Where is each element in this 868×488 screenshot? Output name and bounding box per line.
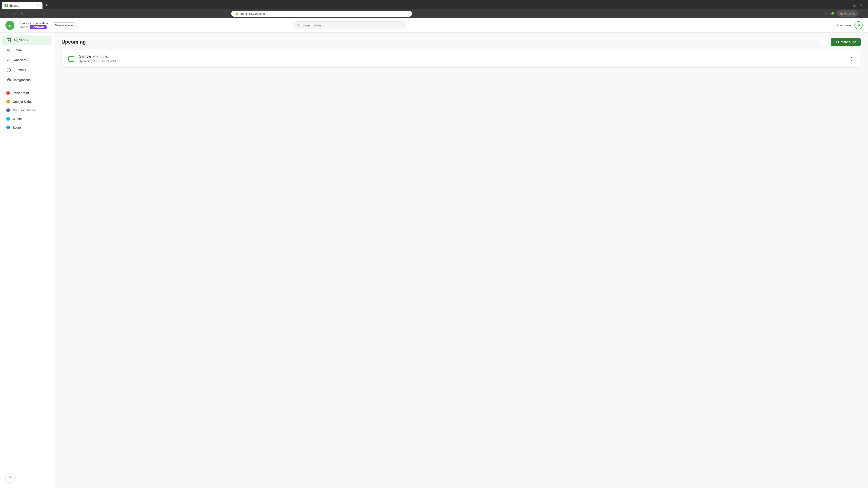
events-container: Sample #2329970 Upcoming: 11 – 12 Oct 20… bbox=[54, 50, 868, 68]
search-icon: 🔍 bbox=[297, 24, 301, 27]
sidebar-item-powerpoint[interactable]: PowerPoint bbox=[2, 89, 52, 97]
svg-rect-9 bbox=[7, 79, 8, 80]
sidebar-label-my-slidos: My Slidos bbox=[14, 38, 28, 42]
svg-rect-10 bbox=[9, 79, 11, 80]
browser-chrome: S Events ✕ + — □ ✕ ← → ↻ 🔒 admin.sli.do/… bbox=[0, 0, 868, 18]
svg-point-3 bbox=[8, 39, 9, 41]
analytics-icon bbox=[6, 58, 11, 63]
app-header: s Lauren's organization Owner UPGRADE Ne… bbox=[0, 18, 868, 33]
content-header: Upcoming + Create slido bbox=[54, 33, 868, 50]
create-slido-button[interactable]: + Create slido bbox=[831, 38, 861, 46]
sidebar-label-webex: Webex bbox=[13, 117, 22, 121]
team-icon bbox=[6, 48, 11, 53]
webex-icon bbox=[6, 117, 10, 121]
main-layout: My Slidos Team Analytics Tutorials bbox=[0, 33, 868, 488]
sidebar-label-powerpoint: PowerPoint bbox=[13, 91, 29, 95]
sidebar-item-integrations[interactable]: Integrations bbox=[2, 75, 52, 85]
sidebar-label-integrations: Integrations bbox=[14, 78, 31, 82]
incognito-badge[interactable]: 🕵 Incognito bbox=[837, 10, 858, 17]
address-actions: ☆ 🧩 🕵 Incognito ⋮ bbox=[822, 10, 865, 17]
menu-icon[interactable]: ⋮ bbox=[859, 10, 865, 17]
upgrade-button[interactable]: UPGRADE bbox=[30, 25, 46, 29]
sidebar-item-google-slides[interactable]: Google Slides bbox=[2, 98, 52, 106]
event-card[interactable]: Sample #2329970 Upcoming: 11 – 12 Oct 20… bbox=[61, 50, 861, 68]
slido-logo-icon: s bbox=[5, 21, 14, 30]
sidebar-item-zoom[interactable]: Zoom bbox=[2, 123, 52, 131]
sidebar-item-team[interactable]: Team bbox=[2, 45, 52, 55]
address-bar: ← → ↻ 🔒 admin.sli.do/events ☆ 🧩 🕵 Incogn… bbox=[0, 9, 868, 18]
integrations-icon bbox=[6, 77, 11, 83]
new-interface-button[interactable]: New interface bbox=[52, 22, 76, 28]
event-info: Sample #2329970 Upcoming: 11 – 12 Oct 20… bbox=[79, 55, 844, 63]
whats-new-link[interactable]: What's new bbox=[836, 24, 851, 27]
sidebar-label-tutorials: Tutorials bbox=[14, 68, 26, 72]
svg-rect-11 bbox=[8, 78, 9, 79]
svg-text:s: s bbox=[9, 24, 11, 27]
sidebar: My Slidos Team Analytics Tutorials bbox=[0, 33, 54, 488]
sidebar-label-google-slides: Google Slides bbox=[13, 100, 32, 103]
active-tab[interactable]: S Events ✕ bbox=[2, 2, 42, 9]
section-title: Upcoming bbox=[61, 39, 86, 45]
sidebar-label-zoom: Zoom bbox=[13, 126, 21, 129]
sidebar-item-tutorials[interactable]: Tutorials bbox=[2, 65, 52, 75]
app: s Lauren's organization Owner UPGRADE Ne… bbox=[0, 18, 868, 488]
window-controls: — □ ✕ bbox=[843, 2, 866, 8]
back-button[interactable]: ← bbox=[3, 10, 9, 17]
svg-point-8 bbox=[8, 70, 9, 70]
incognito-icon: 🕵 bbox=[839, 12, 843, 15]
sidebar-item-analytics[interactable]: Analytics bbox=[2, 55, 52, 65]
header-search: 🔍 bbox=[293, 22, 406, 29]
tab-close-button[interactable]: ✕ bbox=[36, 4, 40, 7]
header-actions: + Create slido bbox=[820, 38, 861, 46]
org-role: Owner bbox=[20, 26, 28, 29]
maximize-button[interactable]: □ bbox=[851, 2, 858, 8]
google-slides-icon bbox=[6, 100, 10, 103]
logo: s bbox=[5, 21, 14, 30]
extensions-icon[interactable]: 🧩 bbox=[830, 10, 836, 17]
new-tab-button[interactable]: + bbox=[43, 2, 50, 8]
sidebar-label-analytics: Analytics bbox=[14, 58, 27, 62]
bookmark-icon[interactable]: ☆ bbox=[822, 10, 829, 17]
content-area: Upcoming + Create slido Sample bbox=[54, 33, 868, 488]
svg-point-6 bbox=[10, 59, 11, 59]
avatar[interactable]: LP bbox=[855, 21, 863, 29]
sidebar-label-microsoft-teams: Microsoft Teams bbox=[13, 108, 36, 112]
event-date-range: 11 – 12 Oct 2024 bbox=[94, 59, 116, 63]
event-date: Upcoming: 11 – 12 Oct 2024 bbox=[79, 59, 844, 63]
svg-rect-15 bbox=[68, 57, 74, 61]
powerpoint-icon bbox=[6, 91, 10, 95]
org-name: Lauren's organization bbox=[20, 22, 48, 25]
close-button[interactable]: ✕ bbox=[858, 2, 864, 8]
incognito-label: Incognito bbox=[844, 12, 855, 15]
tab-favicon: S bbox=[4, 4, 8, 7]
org-role-row: Owner UPGRADE bbox=[20, 25, 48, 29]
search-input[interactable] bbox=[303, 24, 402, 27]
filter-button[interactable] bbox=[820, 38, 828, 46]
event-id: #2329970 bbox=[93, 55, 108, 59]
calendar-icon bbox=[67, 55, 75, 63]
sidebar-item-my-slidos[interactable]: My Slidos bbox=[2, 35, 52, 45]
url-bar[interactable]: 🔒 admin.sli.do/events bbox=[231, 11, 412, 17]
minimize-button[interactable]: — bbox=[844, 2, 851, 8]
svg-point-5 bbox=[9, 49, 10, 50]
sidebar-item-microsoft-teams[interactable]: Microsoft Teams bbox=[2, 106, 52, 114]
forward-button[interactable]: → bbox=[11, 10, 17, 17]
tab-title: Events bbox=[10, 4, 34, 7]
svg-point-4 bbox=[8, 49, 9, 50]
my-slidos-icon bbox=[6, 38, 11, 43]
tutorials-icon bbox=[6, 68, 11, 72]
org-info: Lauren's organization Owner UPGRADE bbox=[20, 22, 48, 29]
reload-button[interactable]: ↻ bbox=[19, 10, 25, 17]
tab-bar: S Events ✕ + — □ ✕ bbox=[0, 0, 868, 9]
search-box[interactable]: 🔍 bbox=[293, 22, 406, 29]
event-menu-button[interactable]: ⋮ bbox=[848, 55, 855, 62]
event-name: Sample #2329970 bbox=[79, 55, 844, 59]
sidebar-item-webex[interactable]: Webex bbox=[2, 115, 52, 123]
event-date-label: Upcoming: bbox=[79, 59, 93, 63]
microsoft-teams-icon bbox=[6, 108, 10, 112]
url-text: admin.sli.do/events bbox=[240, 12, 266, 15]
zoom-icon bbox=[6, 126, 10, 129]
help-button[interactable]: ? bbox=[5, 474, 14, 483]
sidebar-label-team: Team bbox=[14, 48, 22, 52]
